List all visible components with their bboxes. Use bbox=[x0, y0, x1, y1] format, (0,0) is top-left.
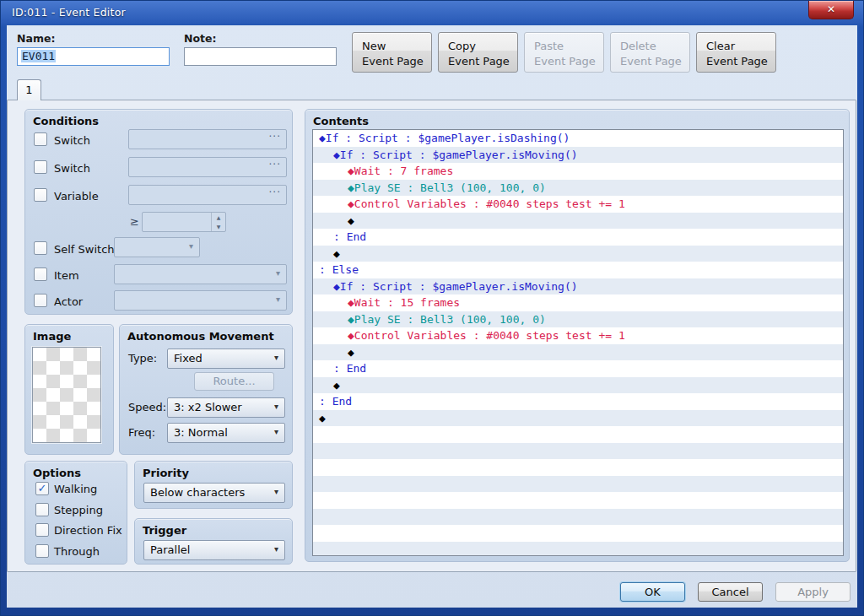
event-command-row[interactable]: : End bbox=[313, 229, 843, 246]
image-title: Image bbox=[33, 330, 71, 343]
titlebar[interactable]: ID:011 - Event Editor ✕ bbox=[0, 0, 864, 25]
event-command-empty-row[interactable] bbox=[313, 476, 843, 493]
event-command-row[interactable]: : End bbox=[313, 360, 843, 377]
ellipsis-icon: ··· bbox=[269, 131, 281, 143]
close-button[interactable]: ✕ bbox=[808, 1, 854, 19]
movement-type-dropdown[interactable]: Fixed ▾ bbox=[167, 349, 285, 369]
tab-page-1[interactable]: 1 bbox=[17, 79, 41, 100]
event-command-row[interactable]: ◆ bbox=[313, 213, 843, 230]
event-command-row[interactable]: ◆If : Script : $gamePlayer.isMoving() bbox=[313, 278, 843, 295]
image-group: Image bbox=[24, 324, 114, 455]
autonomous-movement-group: Autonomous Movement Type: Fixed ▾ Route.… bbox=[119, 324, 293, 455]
event-command-empty-row[interactable] bbox=[313, 443, 843, 460]
event-command-empty-row[interactable] bbox=[313, 426, 843, 443]
event-command-list[interactable]: ◆If : Script : $gamePlayer.isDashing()◆I… bbox=[312, 129, 844, 556]
name-input[interactable]: EV011 bbox=[17, 47, 170, 66]
event-command-empty-row[interactable] bbox=[313, 509, 843, 526]
note-label: Note: bbox=[184, 32, 217, 45]
freq-label: Freq: bbox=[128, 426, 155, 439]
event-command-row[interactable]: ◆Control Variables : #0040 steps test +=… bbox=[313, 327, 843, 344]
event-image-picker[interactable] bbox=[32, 347, 101, 443]
variable-value-spinner[interactable]: ▲ ▼ bbox=[142, 212, 226, 232]
switch1-checkbox[interactable] bbox=[34, 132, 47, 146]
item-label: Item bbox=[54, 269, 79, 282]
event-command-empty-row[interactable] bbox=[313, 542, 843, 557]
spinner-arrows-icon[interactable]: ▲ ▼ bbox=[211, 213, 225, 231]
event-command-row[interactable]: ◆Wait : 15 frames bbox=[313, 294, 843, 311]
conditions-group: Conditions Switch ··· Switch ··· Variabl… bbox=[24, 109, 293, 315]
options-title: Options bbox=[33, 467, 81, 479]
route-button[interactable]: Route... bbox=[194, 372, 274, 391]
paste-event-page-button[interactable]: PasteEvent Page bbox=[524, 32, 604, 73]
event-command-row[interactable]: ◆ bbox=[313, 344, 843, 361]
event-command-row[interactable]: ◆If : Script : $gamePlayer.isMoving() bbox=[313, 147, 843, 164]
event-command-row[interactable]: ◆Control Variables : #0040 steps test +=… bbox=[313, 196, 843, 213]
self-switch-checkbox[interactable] bbox=[34, 241, 47, 255]
event-command-row[interactable]: ◆Play SE : Bell3 (100, 100, 0) bbox=[313, 180, 843, 197]
event-command-row[interactable]: ◆ bbox=[313, 377, 843, 394]
variable-label: Variable bbox=[54, 190, 99, 203]
option-stepping-checkbox[interactable] bbox=[35, 503, 49, 516]
cancel-button[interactable]: Cancel bbox=[698, 582, 763, 602]
variable-operator: ≥ bbox=[130, 215, 139, 228]
chevron-down-icon: ▾ bbox=[274, 402, 278, 411]
dialog-body: Name: EV011 Note: NewEvent PageCopyEvent… bbox=[7, 25, 857, 608]
switch1-field[interactable]: ··· bbox=[128, 129, 287, 149]
clear-event-page-button[interactable]: ClearEvent Page bbox=[696, 32, 776, 73]
switch2-label: Switch bbox=[54, 162, 90, 175]
note-input[interactable] bbox=[184, 47, 337, 66]
name-value: EV011 bbox=[21, 50, 56, 62]
type-label: Type: bbox=[128, 352, 157, 365]
event-command-row[interactable]: ◆Wait : 7 frames bbox=[313, 163, 843, 180]
switch2-field[interactable]: ··· bbox=[128, 157, 287, 177]
item-dropdown[interactable]: ▾ bbox=[114, 264, 287, 284]
delete-event-page-button[interactable]: DeleteEvent Page bbox=[610, 32, 690, 73]
self-switch-dropdown[interactable]: ▾ bbox=[114, 237, 200, 257]
variable-checkbox[interactable] bbox=[34, 188, 47, 202]
actor-dropdown[interactable]: ▾ bbox=[114, 290, 287, 311]
trigger-dropdown[interactable]: Parallel ▾ bbox=[143, 540, 285, 560]
movement-title: Autonomous Movement bbox=[127, 330, 274, 343]
window-title: ID:011 - Event Editor bbox=[12, 6, 126, 19]
event-command-empty-row[interactable] bbox=[313, 492, 843, 509]
trigger-title: Trigger bbox=[143, 524, 186, 537]
option-label: Walking bbox=[54, 483, 97, 495]
copy-event-page-button[interactable]: CopyEvent Page bbox=[438, 32, 518, 73]
event-command-row[interactable]: ◆If : Script : $gamePlayer.isDashing() bbox=[313, 130, 843, 147]
chevron-down-icon: ▾ bbox=[189, 241, 193, 251]
spin-down-icon[interactable]: ▼ bbox=[217, 224, 221, 230]
tab-label: 1 bbox=[25, 84, 32, 96]
event-command-empty-row[interactable] bbox=[313, 459, 843, 476]
option-label: Through bbox=[54, 545, 100, 558]
event-command-row[interactable]: ◆ bbox=[313, 246, 843, 262]
ok-button[interactable]: OK bbox=[620, 582, 685, 602]
option-label: Direction Fix bbox=[54, 524, 122, 537]
close-icon: ✕ bbox=[827, 3, 835, 15]
event-command-empty-row[interactable] bbox=[313, 525, 843, 542]
option-direction-fix-checkbox[interactable] bbox=[35, 523, 49, 537]
priority-dropdown[interactable]: Below characters ▾ bbox=[143, 483, 285, 503]
chevron-down-icon: ▾ bbox=[274, 487, 278, 496]
switch2-checkbox[interactable] bbox=[34, 160, 47, 174]
option-through-checkbox[interactable] bbox=[35, 544, 49, 558]
item-checkbox[interactable] bbox=[34, 267, 47, 281]
chevron-down-icon: ▾ bbox=[274, 544, 278, 554]
variable-field[interactable]: ··· bbox=[128, 185, 287, 205]
event-command-row[interactable]: ◆Play SE : Bell3 (100, 100, 0) bbox=[313, 311, 843, 328]
event-command-row[interactable]: : Else bbox=[313, 262, 843, 278]
movement-speed-dropdown[interactable]: 3: x2 Slower ▾ bbox=[167, 397, 285, 418]
option-walking-checkbox[interactable]: ✓ bbox=[35, 482, 49, 495]
speed-label: Speed: bbox=[128, 401, 166, 413]
options-group: Options ✓WalkingSteppingDirection FixThr… bbox=[24, 461, 127, 565]
spin-up-icon[interactable]: ▲ bbox=[217, 214, 221, 220]
event-command-row[interactable]: : End bbox=[313, 393, 843, 410]
actor-label: Actor bbox=[54, 295, 83, 308]
movement-freq-dropdown[interactable]: 3: Normal ▾ bbox=[167, 423, 285, 443]
new-event-page-button[interactable]: NewEvent Page bbox=[352, 32, 432, 73]
actor-checkbox[interactable] bbox=[34, 294, 47, 307]
priority-title: Priority bbox=[143, 467, 189, 479]
event-command-row[interactable]: ◆ bbox=[313, 410, 843, 427]
event-page-panel: Conditions Switch ··· Switch ··· Variabl… bbox=[7, 100, 856, 572]
chevron-down-icon: ▾ bbox=[274, 353, 278, 362]
apply-button[interactable]: Apply bbox=[775, 582, 850, 602]
